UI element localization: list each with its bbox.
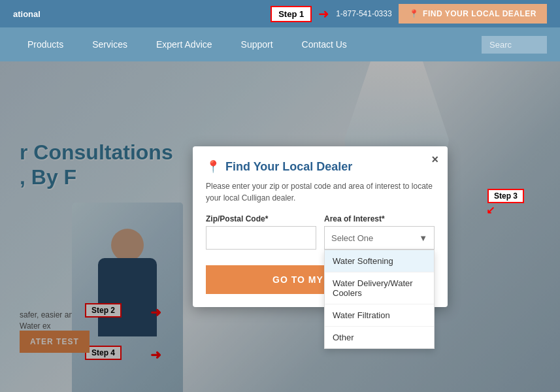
modal-title: 📍 Find Your Local Dealer bbox=[206, 159, 435, 174]
area-label: Area of Interest* bbox=[324, 214, 435, 223]
zip-label: Zip/Postal Code* bbox=[206, 214, 316, 223]
area-dropdown-placeholder: Select One bbox=[331, 233, 373, 243]
step3-annotation: Step 3 bbox=[487, 189, 524, 203]
find-dealer-button[interactable]: 📍 FIND YOUR LOCAL DEALER bbox=[399, 4, 547, 24]
nav-support[interactable]: Support bbox=[227, 27, 288, 61]
nav-bar: Products Services Expert Advice Support … bbox=[0, 27, 560, 61]
top-bar: ational Step 1 ➜ 1-877-541-0333 📍 FIND Y… bbox=[0, 0, 560, 27]
nav-expert-advice[interactable]: Expert Advice bbox=[142, 27, 227, 61]
hero-section: r Consultations , By F safer, easier and… bbox=[0, 61, 560, 392]
brand-name: ational bbox=[13, 9, 41, 19]
phone-number: 1-877-541-0333 bbox=[336, 9, 391, 18]
modal-fields: Zip/Postal Code* Area of Interest* Selec… bbox=[206, 214, 435, 250]
area-field-group: Area of Interest* Select One ▼ Water Sof… bbox=[324, 214, 435, 250]
dropdown-item-water-filtration[interactable]: Water Filtration bbox=[325, 304, 434, 327]
chevron-down-icon: ▼ bbox=[419, 233, 427, 243]
top-bar-right: Step 1 ➜ 1-877-541-0333 📍 FIND YOUR LOCA… bbox=[271, 4, 547, 24]
modal-description: Please enter your zip or postal code and… bbox=[206, 180, 435, 204]
area-dropdown-button[interactable]: Select One ▼ bbox=[324, 226, 435, 250]
area-dropdown-menu: Water Softening Water Delivery/Water Coo… bbox=[324, 250, 435, 349]
pin-icon: 📍 bbox=[409, 9, 420, 18]
find-dealer-label: FIND YOUR LOCAL DEALER bbox=[423, 9, 536, 18]
step1-annotation: Step 1 bbox=[271, 6, 312, 22]
search-input[interactable] bbox=[482, 36, 547, 54]
modal-pin-icon: 📍 bbox=[206, 159, 220, 174]
find-dealer-modal: × 📍 Find Your Local Dealer Please enter … bbox=[193, 146, 448, 307]
dropdown-item-water-delivery[interactable]: Water Delivery/Water Coolers bbox=[325, 272, 434, 304]
nav-products[interactable]: Products bbox=[13, 27, 78, 61]
modal-close-button[interactable]: × bbox=[431, 153, 438, 167]
step3-arrow: ↙ bbox=[486, 204, 495, 216]
area-dropdown-wrapper: Select One ▼ Water Softening Water Deliv… bbox=[324, 226, 435, 250]
step1-arrow: ➜ bbox=[318, 6, 329, 22]
nav-contact-us[interactable]: Contact Us bbox=[288, 27, 361, 61]
zip-field-group: Zip/Postal Code* bbox=[206, 214, 316, 250]
dropdown-item-other[interactable]: Other bbox=[325, 327, 434, 348]
dropdown-item-water-softening[interactable]: Water Softening bbox=[325, 250, 434, 272]
nav-services[interactable]: Services bbox=[78, 27, 142, 61]
zip-input[interactable] bbox=[206, 226, 316, 250]
modal-title-text: Find Your Local Dealer bbox=[225, 160, 352, 174]
